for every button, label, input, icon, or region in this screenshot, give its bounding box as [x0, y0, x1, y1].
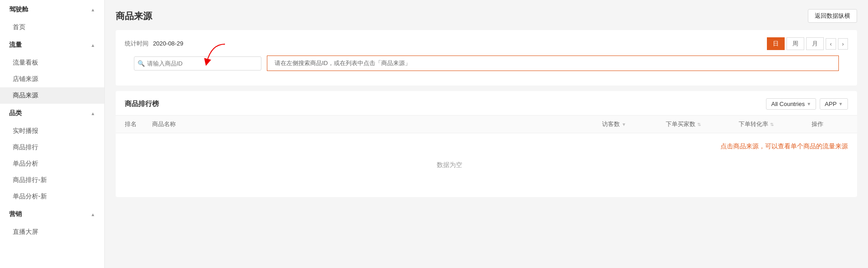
ranking-header: 商品排行榜 All Countries ▼ APP ▼ — [116, 91, 857, 116]
chevron-up-icon: ▲ — [91, 111, 95, 116]
tab-day[interactable]: 日 — [767, 37, 785, 50]
col-conversion[interactable]: 下单转化率 ⇅ — [739, 120, 812, 128]
sidebar-item-store-source[interactable]: 店铺来源 — [0, 71, 104, 87]
sidebar-item-single-analysis[interactable]: 单品分析 — [0, 156, 104, 172]
sidebar-item-product-rank[interactable]: 商品排行 — [0, 139, 104, 156]
time-label: 统计时间 2020-08-29 — [125, 40, 183, 48]
col-buyers[interactable]: 下单买家数 ⇅ — [666, 120, 739, 128]
tab-month[interactable]: 月 — [806, 37, 824, 50]
search-icon: 🔍 — [138, 60, 145, 67]
chevron-down-icon: ▼ — [838, 101, 843, 106]
sidebar-item-live-screen[interactable]: 直播大屏 — [0, 224, 104, 240]
table-header: 排名 商品名称 访客数 ▼ 下单买家数 ⇅ 下单转化率 ⇅ 操作 — [116, 116, 857, 133]
search-container: 🔍 请在左侧搜索商品ID，或在列表中点击「商品来源」 — [125, 50, 848, 78]
sidebar-section-traffic[interactable]: 流量 ▲ — [0, 35, 104, 55]
country-filter-dropdown[interactable]: All Countries ▼ — [766, 98, 816, 110]
chevron-down-icon: ▼ — [807, 101, 811, 106]
chevron-up-icon: ▲ — [91, 7, 95, 12]
sidebar-section-marketing[interactable]: 营销 ▲ — [0, 205, 104, 224]
col-rank: 排名 — [125, 120, 152, 128]
back-button[interactable]: 返回数据纵横 — [808, 9, 857, 23]
search-input[interactable] — [134, 56, 261, 71]
chevron-up-icon: ▲ — [91, 43, 95, 48]
search-row: 🔍 请在左侧搜索商品ID，或在列表中点击「商品来源」 — [125, 50, 848, 78]
sidebar-item-product-rank-new[interactable]: 商品排行-新 — [0, 172, 104, 188]
chevron-up-icon: ▲ — [91, 212, 95, 217]
table-body: 数据为空 点击商品来源，可以查看单个商品的流量来源 — [116, 133, 857, 197]
sidebar-item-traffic-board[interactable]: 流量看板 — [0, 55, 104, 71]
next-date-button[interactable]: › — [838, 38, 848, 50]
time-filter-row: 统计时间 2020-08-29 日 周 月 ‹ › — [125, 37, 848, 50]
col-visitors[interactable]: 访客数 ▼ — [602, 120, 666, 128]
sidebar-item-home[interactable]: 首页 — [0, 19, 104, 35]
sort-icon-conversion: ⇅ — [770, 122, 774, 127]
tab-week[interactable]: 周 — [786, 37, 804, 50]
search-box: 🔍 — [134, 56, 261, 71]
page-title: 商品来源 — [116, 10, 152, 22]
page-header: 商品来源 返回数据纵横 — [116, 9, 857, 23]
empty-state-text: 数据为空 — [437, 161, 462, 169]
prev-date-button[interactable]: ‹ — [826, 38, 836, 50]
date-tabs: 日 周 月 ‹ › — [767, 37, 848, 50]
sidebar-item-product-source[interactable]: 商品来源 — [0, 87, 104, 104]
ranking-card: 商品排行榜 All Countries ▼ APP ▼ 排名 商品名称 — [116, 91, 857, 197]
platform-filter-dropdown[interactable]: APP ▼ — [820, 98, 848, 110]
ranking-filters: All Countries ▼ APP ▼ — [766, 98, 848, 110]
time-filter-card: 统计时间 2020-08-29 日 周 月 ‹ › — [116, 30, 857, 86]
sort-icon-visitors: ▼ — [622, 122, 626, 127]
action-hint-text: 点击商品来源，可以查看单个商品的流量来源 — [720, 142, 848, 151]
ranking-title: 商品排行榜 — [125, 100, 159, 108]
sidebar-item-realtime[interactable]: 实时播报 — [0, 123, 104, 139]
sidebar-item-single-analysis-new[interactable]: 单品分析-新 — [0, 188, 104, 205]
sidebar-section-cockpit[interactable]: 驾驶舱 ▲ — [0, 0, 104, 19]
sort-icon-buyers: ⇅ — [697, 122, 701, 127]
search-hint: 请在左侧搜索商品ID，或在列表中点击「商品来源」 — [267, 56, 839, 71]
sidebar-section-category[interactable]: 品类 ▲ — [0, 104, 104, 123]
main-content: 商品来源 返回数据纵横 统计时间 2020-08-29 日 周 月 ‹ › — [105, 0, 868, 268]
col-product-name: 商品名称 — [152, 120, 602, 128]
sidebar: 驾驶舱 ▲ 首页 流量 ▲ 流量看板 店铺来源 商品来源 品类 ▲ 实时播报 商… — [0, 0, 105, 268]
col-action: 操作 — [812, 120, 848, 128]
